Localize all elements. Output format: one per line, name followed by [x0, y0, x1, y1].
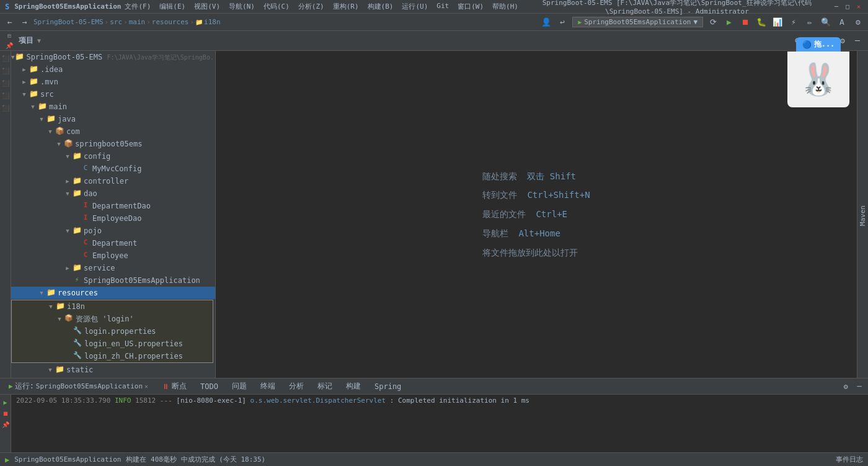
tab-breakpoints[interactable]: ⏸ 断点 — [156, 379, 193, 393]
menu-file[interactable]: 文件(F) — [121, 1, 154, 12]
left-icon-2[interactable]: 📌 — [4, 41, 14, 51]
coverage-button[interactable]: 📊 — [771, 16, 784, 29]
event-log[interactable]: 事件日志 — [836, 455, 863, 464]
back-button[interactable]: ← — [4, 16, 16, 29]
tab-problems[interactable]: 问题 — [226, 379, 253, 393]
com-icon: 📦 — [55, 127, 64, 137]
tree-departmentdao[interactable]: ▶ I DepartmentDao — [11, 200, 215, 212]
tree-login-bundle[interactable]: ▼ 📦 资源包 'login' — [12, 313, 213, 325]
tree-app[interactable]: ▶ ⚡ SpringBoot05EmsApplication — [11, 274, 215, 287]
refresh-icon[interactable]: ⟳ — [707, 16, 719, 29]
tree-employee[interactable]: ▶ C Employee — [11, 249, 215, 262]
tab-run[interactable]: ▶ 运行: SpringBoot05EmsApplication ✕ — [2, 379, 154, 393]
tree-src[interactable]: ▼ 📁 src — [11, 88, 215, 101]
menu-navigate[interactable]: 导航(N) — [225, 1, 259, 12]
status-app-name[interactable]: SpringBoot05EmsApplication — [14, 455, 121, 464]
strip-icon-2[interactable]: ⬛ — [1, 66, 11, 76]
tree-mymvcconfig[interactable]: ▶ C MyMvcConfig — [11, 163, 215, 175]
bottom-minimize-icon[interactable]: ─ — [853, 380, 866, 393]
tree-login-props[interactable]: ▶ 🔧 login.properties — [12, 325, 213, 338]
tab-analysis[interactable]: 分析 — [283, 379, 310, 393]
breadcrumb-resources[interactable]: resources — [152, 18, 189, 26]
run-button[interactable]: ▶ — [723, 16, 735, 29]
user-icon[interactable]: 👤 — [540, 16, 552, 29]
tree-mvn[interactable]: ▶ 📁 .mvn — [11, 76, 215, 88]
maven-label[interactable]: Maven — [857, 203, 868, 228]
menu-view[interactable]: 视图(V) — [190, 1, 224, 12]
breadcrumb-project[interactable]: SpringBoot-05-EMS — [33, 18, 104, 26]
folder-icon: 📁 — [195, 19, 203, 25]
menu-refactor[interactable]: 重构(R) — [329, 1, 363, 12]
debug-button[interactable]: 🐛 — [755, 16, 768, 29]
tree-pojo[interactable]: ▼ 📁 pojo — [11, 225, 215, 237]
tab-terminal[interactable]: 终端 — [254, 379, 281, 393]
project-dropdown-arrow[interactable]: ▼ — [37, 37, 41, 44]
tab-build[interactable]: 构建 — [340, 379, 367, 393]
run-tab-close[interactable]: ✕ — [144, 383, 148, 390]
css-icon: 📁 — [63, 377, 73, 378]
menu-git[interactable]: Git — [433, 1, 453, 12]
menu-analyze[interactable]: 分析(Z) — [294, 1, 328, 12]
tree-springboot05ems[interactable]: ▼ 📦 springboot05ems — [11, 138, 215, 150]
menu-help[interactable]: 帮助(H) — [489, 1, 522, 12]
breadcrumb-i18n[interactable]: i18n — [204, 18, 221, 26]
menu-window[interactable]: 窗口(W) — [454, 1, 487, 12]
menu-build[interactable]: 构建(B) — [364, 1, 397, 12]
translate-icon[interactable]: A — [836, 16, 848, 29]
forward-button[interactable]: → — [19, 16, 31, 29]
bundle-label: 资源包 'login' — [76, 314, 134, 325]
settings-icon[interactable]: ⚙ — [852, 16, 864, 29]
tree-employeedao[interactable]: ▶ I EmployeeDao — [11, 212, 215, 225]
breadcrumb-src[interactable]: src — [110, 18, 122, 26]
bottom-settings-icon[interactable]: ⚙ — [839, 380, 852, 393]
tree-dao[interactable]: ▼ 📁 dao — [11, 187, 215, 200]
strip-icon-3[interactable]: ⬛ — [1, 78, 11, 88]
console-stop-icon[interactable]: ⏹ — [1, 408, 11, 418]
minimize-panel-icon[interactable]: ─ — [851, 34, 864, 48]
tree-config[interactable]: ▼ 📁 config — [11, 150, 215, 163]
tree-com[interactable]: ▼ 📦 com — [11, 125, 215, 138]
console-pin-icon[interactable]: 📌 — [1, 419, 11, 429]
tree-static[interactable]: ▼ 📁 static — [11, 364, 215, 376]
minimize-button[interactable]: ─ — [832, 2, 841, 11]
tree-main[interactable]: ▼ 📁 main — [11, 101, 215, 113]
breadcrumb-main[interactable]: main — [129, 18, 146, 26]
tree-css[interactable]: ▼ 📁 css — [11, 376, 215, 378]
tab-spring[interactable]: Spring — [368, 380, 407, 393]
profile-button[interactable]: ⚡ — [787, 16, 800, 29]
maximize-button[interactable]: □ — [843, 2, 852, 11]
window-controls[interactable]: ─ □ ✕ — [832, 2, 863, 11]
tab-todo[interactable]: TODO — [194, 380, 224, 393]
left-icon-1[interactable]: ⊞ — [4, 31, 14, 41]
run-config-selector[interactable]: ▶ SpringBoot05EmsApplication ▼ — [572, 17, 703, 27]
close-button[interactable]: ✕ — [854, 2, 863, 11]
strip-icon-1[interactable]: ⬛ — [1, 53, 11, 63]
tree-i18n[interactable]: ▼ 📁 i18n — [12, 300, 213, 313]
back-icon2[interactable]: ↩ — [556, 16, 569, 29]
tree-java[interactable]: ▼ 📁 java — [11, 113, 215, 125]
problems-label: 问题 — [232, 381, 247, 392]
menu-code[interactable]: 代码(C) — [260, 1, 293, 12]
hint-key-4: Alt+Home — [518, 224, 560, 243]
tree-controller[interactable]: ▶ 📁 controller — [11, 175, 215, 187]
tab-mark[interactable]: 标记 — [311, 379, 339, 393]
stop-button[interactable]: ⏹ — [739, 16, 751, 29]
hint-row-2: 转到文件 Ctrl+Shift+N — [482, 186, 590, 205]
tree-service[interactable]: ▶ 📁 service — [11, 262, 215, 274]
ctrl-icon: 📁 — [72, 176, 82, 186]
strip-icon-5[interactable]: ⬛ — [1, 103, 11, 113]
tree-root[interactable]: ▼ 📁 SpringBoot-05-EMS F:\JAVA\Java学习笔记\S… — [11, 51, 215, 63]
search-icon[interactable]: 🔍 — [820, 16, 832, 29]
console-restart-icon[interactable]: ▶ — [1, 397, 11, 407]
tree-department[interactable]: ▶ C Department — [11, 237, 215, 249]
static-icon: 📁 — [55, 365, 64, 375]
menu-run[interactable]: 运行(U) — [398, 1, 432, 12]
strip-icon-4[interactable]: ⬛ — [1, 91, 11, 101]
vcs-icon[interactable]: ✏ — [804, 16, 816, 29]
tree-login-zh[interactable]: ▶ 🔧 login_zh_CH.properties — [12, 350, 213, 362]
zh-icon: 🔧 — [73, 351, 82, 361]
tree-login-en[interactable]: ▶ 🔧 login_en_US.properties — [12, 338, 213, 350]
tree-idea[interactable]: ▶ 📁 .idea — [11, 63, 215, 76]
tree-resources[interactable]: ▼ 📁 resources — [11, 287, 215, 299]
menu-edit[interactable]: 编辑(E) — [156, 1, 189, 12]
